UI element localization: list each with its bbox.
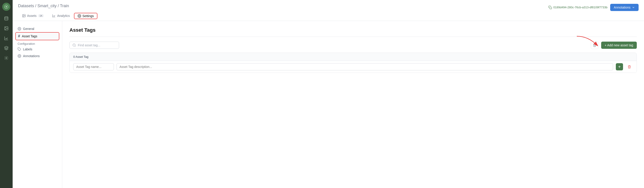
configuration-section-label: Configuration bbox=[15, 41, 59, 46]
general-settings-icon bbox=[18, 27, 21, 31]
annotations-button[interactable]: Annotations bbox=[610, 4, 638, 11]
add-new-asset-tag-button[interactable]: + Add new asset tag bbox=[601, 42, 637, 49]
svg-rect-6 bbox=[550, 7, 552, 9]
sidebar-item-annotations[interactable]: Annotations bbox=[15, 53, 59, 59]
svg-point-10 bbox=[19, 28, 20, 29]
delete-row-button[interactable] bbox=[626, 63, 633, 70]
sidebar-item-general[interactable]: General bbox=[15, 25, 59, 32]
search-row: Find asset tag... bbox=[70, 41, 637, 49]
delete-selection-button[interactable] bbox=[591, 41, 598, 49]
copy-icon bbox=[548, 6, 552, 9]
tag-icon bbox=[18, 47, 21, 51]
svg-point-5 bbox=[6, 58, 7, 59]
table-row: + bbox=[70, 61, 636, 73]
general-label: General bbox=[23, 27, 34, 31]
tag-description-input[interactable] bbox=[116, 63, 613, 70]
svg-point-1 bbox=[6, 6, 7, 7]
header-right: 0189d494-280c-76cb-a313-df8109f7733b Ann… bbox=[548, 4, 638, 11]
body: General # Asset Tags Configuration Label… bbox=[13, 21, 644, 188]
sidebar-item-asset-tags[interactable]: # Asset Tags bbox=[15, 32, 59, 40]
logo bbox=[2, 3, 10, 11]
content-area: Asset Tags Find asset tag... bbox=[62, 21, 644, 188]
tab-settings[interactable]: Settings bbox=[74, 13, 98, 19]
divider bbox=[70, 37, 637, 37]
sidebar-item-labels[interactable]: Labels bbox=[15, 46, 59, 53]
image-icon[interactable] bbox=[2, 24, 10, 32]
settings-icon bbox=[78, 14, 81, 18]
svg-point-12 bbox=[19, 56, 20, 56]
tab-bar: Assets 1K Analytics Settings bbox=[18, 11, 638, 21]
tags-table-header: 0 Asset Tag bbox=[70, 53, 636, 61]
svg-point-8 bbox=[23, 15, 24, 15]
tag-count-label: 0 Asset Tag bbox=[73, 55, 88, 58]
svg-point-9 bbox=[79, 15, 80, 16]
trash-icon bbox=[593, 43, 596, 47]
svg-point-13 bbox=[73, 44, 75, 46]
row-trash-icon bbox=[628, 65, 631, 69]
svg-line-14 bbox=[75, 46, 76, 47]
search-box[interactable]: Find asset tag... bbox=[70, 42, 119, 49]
sidebar bbox=[0, 0, 13, 188]
chevron-down-icon bbox=[632, 6, 635, 9]
asset-tags-label: Asset Tags bbox=[22, 34, 37, 38]
analytics-icon bbox=[52, 14, 56, 17]
assets-badge: 1K bbox=[38, 14, 44, 17]
left-nav: General # Asset Tags Configuration Label… bbox=[13, 21, 62, 188]
add-row-button[interactable]: + bbox=[616, 63, 623, 70]
tab-analytics[interactable]: Analytics bbox=[48, 11, 74, 21]
labels-label: Labels bbox=[23, 47, 32, 51]
dataset-id[interactable]: 0189d494-280c-76cb-a313-df8109f7733b bbox=[548, 6, 608, 9]
plugin-icon[interactable] bbox=[2, 54, 10, 62]
dataset-id-text: 0189d494-280c-76cb-a313-df8109f7733b bbox=[553, 6, 608, 9]
breadcrumb: Datasets / Smart_city / Train bbox=[18, 3, 69, 8]
assets-icon bbox=[22, 14, 26, 17]
header: Datasets / Smart_city / Train 0189d494-2… bbox=[13, 0, 644, 21]
database-icon[interactable] bbox=[2, 14, 10, 22]
annotations-nav-icon bbox=[18, 54, 21, 58]
layers-icon[interactable] bbox=[2, 44, 10, 52]
search-icon bbox=[72, 43, 76, 47]
svg-point-2 bbox=[5, 17, 8, 18]
search-placeholder: Find asset tag... bbox=[78, 43, 100, 47]
tag-name-input[interactable] bbox=[73, 63, 114, 70]
svg-point-4 bbox=[6, 27, 6, 28]
chart-icon[interactable] bbox=[2, 34, 10, 42]
hash-icon: # bbox=[18, 34, 20, 38]
tags-table: 0 Asset Tag + bbox=[70, 53, 637, 73]
page-title: Asset Tags bbox=[70, 27, 637, 33]
annotations-label: Annotations bbox=[23, 54, 40, 58]
tab-assets[interactable]: Assets 1K bbox=[18, 11, 48, 21]
main-content: Datasets / Smart_city / Train 0189d494-2… bbox=[13, 0, 644, 188]
breadcrumb-text: Datasets / Smart_city / Train bbox=[18, 3, 69, 8]
